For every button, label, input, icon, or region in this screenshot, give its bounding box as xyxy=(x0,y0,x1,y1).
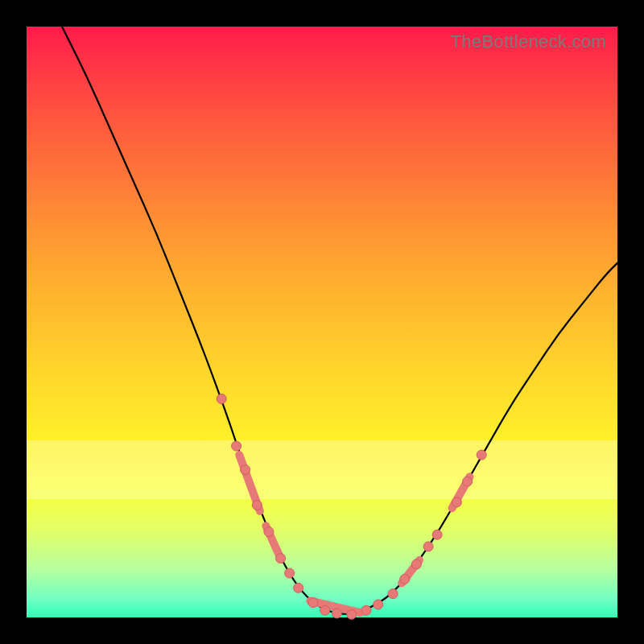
marker-dot xyxy=(411,559,421,569)
marker-dot xyxy=(294,583,303,592)
curve-svg xyxy=(27,27,617,617)
marker-dot xyxy=(285,568,295,578)
chart-frame: TheBottleneck.com xyxy=(0,0,644,644)
marker-dot xyxy=(217,394,226,403)
marker-dot xyxy=(432,530,442,539)
marker-dot xyxy=(347,609,357,619)
marker-dot xyxy=(332,609,341,618)
marker-dot xyxy=(232,441,242,451)
marker-dot xyxy=(452,497,461,507)
marker-dot xyxy=(463,477,473,486)
marker-dot xyxy=(361,605,371,615)
marker-dot xyxy=(423,542,433,551)
marker-dot xyxy=(320,605,330,615)
marker-dot xyxy=(252,501,262,510)
marker-dot xyxy=(264,527,274,537)
marker-dot xyxy=(308,598,318,608)
marker-dot xyxy=(477,450,486,460)
marker-points xyxy=(217,394,486,619)
marker-dot xyxy=(400,574,410,584)
marker-dot xyxy=(388,589,398,599)
marker-dot xyxy=(276,554,286,564)
bottleneck-curve xyxy=(62,27,617,614)
marker-dot xyxy=(241,465,250,475)
plot-area: TheBottleneck.com xyxy=(27,27,617,617)
marker-dot xyxy=(374,600,383,609)
